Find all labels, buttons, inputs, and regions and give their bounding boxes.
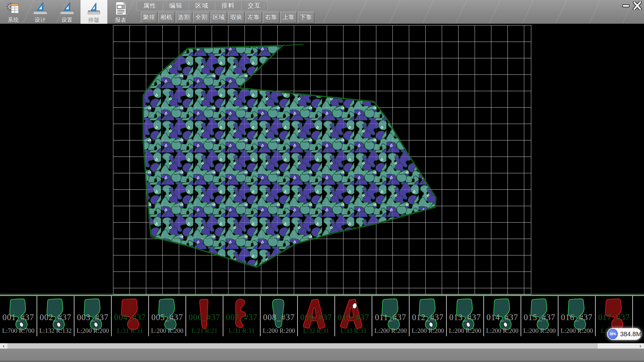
tool-cut-all-button[interactable]: 全割 [193,12,210,23]
gear-table-icon [6,1,21,15]
thumbnail-cell-001[interactable]: 001_#37 L:700 R:700 [0,296,37,336]
piece-lr-label: L:32 R:31 [298,327,334,335]
piece-id-label: 014_#37 [484,313,521,322]
window-controls [621,1,642,10]
tool-region-button[interactable]: 区域 [211,12,227,23]
minimize-button[interactable] [621,1,631,10]
scrollbar-thumb[interactable] [7,343,598,349]
set-square-icon [33,1,48,15]
menu-tab-edit[interactable]: 编辑 [163,1,189,11]
thumbnail-cell-015[interactable]: 015_#37 L:200 R:200 [521,296,558,336]
app-button-label: 设计 [27,17,54,24]
scroll-right-arrow[interactable]: › [637,343,644,349]
app-button-report[interactable]: 报表 [107,0,134,24]
piece-lr-label: L:200 R:200 [74,327,111,335]
app-button-label: 系统 [0,17,27,24]
horizontal-scrollbar[interactable]: ‹ › [0,343,644,349]
app-button-label: 排版 [80,17,107,24]
piece-id-label: 006_#37 [186,313,223,322]
piece-lr-label: L:200 R:200 [521,327,558,335]
bottom-status-bar [0,349,644,362]
app-button-settings[interactable]: 设置 [54,0,80,24]
thumbnail-cell-005[interactable]: 005_#37 L:200 R:200 [149,296,186,336]
set-square-icon [86,1,102,15]
piece-id-label: 005_#37 [149,313,185,322]
piece-lr-label: L:21 R:21 [186,327,223,335]
thumbnail-cell-002[interactable]: 002_#37 L:132 R:132 [37,296,74,336]
piece-lr-label: L:200 R:200 [261,327,297,335]
set-square-icon [59,1,75,15]
tool-align-top-button[interactable]: 上靠 [280,12,297,23]
application-window: 系统 设计 设置 [0,0,644,362]
app-button-label: 设置 [54,17,80,24]
piece-thumbnail-strip: 001_#37 L:700 R:700 002_#37 L:132 R:132 … [0,295,644,336]
thumbnail-cell-010[interactable]: 010_#37 L:33 R:33 [335,296,372,336]
piece-id-label: 012_#37 [410,313,446,322]
piece-lr-label: L:31 R:31 [223,327,260,335]
thumbnail-cell-008[interactable]: 008_#37 L:200 R:200 [261,296,298,336]
scroll-left-arrow[interactable]: ‹ [0,343,7,349]
close-icon [633,1,642,10]
piece-id-label: 011_#37 [372,313,409,322]
menu-tab-bar: 属性 编辑 区域 排料 交互 [137,1,268,11]
memory-usage-label: 384.8M [620,330,641,338]
thumbnail-cell-013[interactable]: 013_#37 L:200 R:200 [447,296,484,336]
piece-id-label: 004_#37 [112,313,148,322]
tool-align-bottom-button[interactable]: 下靠 [298,12,314,23]
piece-lr-label: L:700 R:700 [0,327,37,335]
app-button-design[interactable]: 设计 [27,0,54,24]
tool-cluster-nest-button[interactable]: 聚排 [141,12,157,23]
tool-button-row: 聚排 相机 选割 全割 区域 瑕疵 左靠 右靠 上靠 下靠 [141,12,314,23]
piece-id-label: 003_#37 [74,313,111,322]
app-button-label: 报表 [107,17,134,24]
piece-id-label: 010_#37 [335,313,372,322]
close-button[interactable] [633,1,642,10]
piece-id-label: 001_#37 [0,313,37,322]
thumbnail-cell-007[interactable]: 007_#37 L:31 R:31 [223,296,261,336]
piece-id-label: 017_#37 [596,313,632,322]
piece-lr-label: L:31 R:31 [112,327,148,335]
piece-id-label: 008_#37 [261,313,297,322]
thumbnail-cell-009[interactable]: 009_#37 L:32 R:31 [298,296,335,336]
tool-align-right-button[interactable]: 右靠 [263,12,279,23]
ribbon-toolbar: 系统 设计 设置 [0,0,644,24]
progress-badge: 38% 384.8M [607,328,641,340]
thumbnail-cell-016[interactable]: 016_#37 L:200 R:200 [558,296,596,336]
thumbnail-cell-012[interactable]: 012_#37 L:200 R:200 [410,296,447,336]
piece-id-label: 009_#37 [298,313,334,322]
piece-id-label: 016_#37 [558,313,595,322]
tool-camera-button[interactable]: 相机 [158,12,175,23]
menu-tab-interact[interactable]: 交互 [241,1,268,11]
piece-lr-label: L:200 R:200 [484,327,521,335]
menu-tab-region[interactable]: 区域 [189,1,215,11]
menu-tab-properties[interactable]: 属性 [137,1,163,11]
progress-percent-circle: 38% [608,329,618,339]
piece-lr-label: L:200 R:200 [149,327,185,335]
piece-lr-label: L:200 R:200 [410,327,446,335]
minimize-icon [621,1,631,10]
app-button-nesting-active[interactable]: 排版 [80,0,107,24]
hide-peak-spur [283,44,304,46]
piece-lr-label: L:33 R:33 [335,327,372,335]
piece-lr-label: L:200 R:200 [558,327,595,335]
piece-lr-label: L:200 R:200 [447,327,483,335]
strip-bottom-gap [0,336,644,343]
tool-defect-button[interactable]: 瑕疵 [228,12,245,23]
thumbnail-cell-004[interactable]: 004_#37 L:31 R:31 [112,296,149,336]
hide-outline[interactable] [143,46,436,267]
thumbnail-cell-006[interactable]: 006_#37 L:21 R:21 [186,296,223,336]
thumbnail-cell-011[interactable]: 011_#37 L:200 R:200 [372,296,410,336]
piece-id-label: 013_#37 [447,313,483,322]
thumbnail-cell-003[interactable]: 003_#37 L:200 R:200 [74,296,112,336]
piece-lr-label: L:132 R:132 [37,327,74,335]
menu-tab-nesting[interactable]: 排料 [215,1,241,11]
piece-id-label: 007_#37 [223,313,260,322]
piece-id-label: 002_#37 [37,313,74,322]
nesting-canvas[interactable] [0,24,644,295]
tool-align-left-button[interactable]: 左靠 [246,12,262,23]
tool-select-cut-button[interactable]: 选割 [176,12,192,23]
piece-lr-label: L:200 R:200 [372,327,409,335]
thumbnail-cell-014[interactable]: 014_#37 L:200 R:200 [484,296,521,336]
leather-hide-layout[interactable] [0,24,644,295]
app-button-system[interactable]: 系统 [0,0,27,24]
